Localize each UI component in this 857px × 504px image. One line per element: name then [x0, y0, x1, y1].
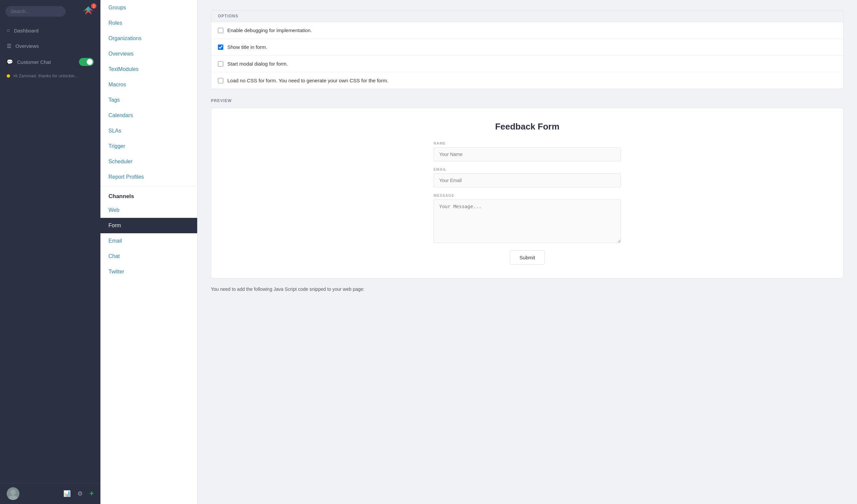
menu-item-form[interactable]: Form [100, 218, 197, 233]
preview-label: PREVIEW [211, 98, 844, 103]
no-css-label: Load no CSS for form. You need to genera… [227, 78, 388, 83]
settings-icon[interactable]: ⚙ [77, 490, 83, 497]
menu-item-roles[interactable]: Roles [100, 15, 197, 31]
main-content: OPTIONS Enable debugging for implementat… [198, 0, 857, 504]
email-label: EMAIL [434, 167, 621, 171]
avatar[interactable] [7, 487, 19, 500]
menu-item-scheduler[interactable]: Scheduler [100, 154, 197, 169]
menu-item-slas[interactable]: SLAs [100, 123, 197, 138]
dashboard-icon: ○ [7, 28, 10, 33]
analytics-icon[interactable]: 📊 [63, 490, 71, 497]
menu-item-text-modules[interactable]: TextModules [100, 62, 197, 77]
customer-chat-toggle[interactable] [79, 58, 94, 66]
sidebar-search-bar: 2 [0, 0, 100, 23]
sidebar-item-dashboard[interactable]: ○ Dashboard [0, 23, 100, 38]
modal-label: Start modal dialog for form. [227, 61, 288, 67]
sidebar-item-overviews[interactable]: ☰ Overviews [0, 38, 100, 54]
option-show-title: Show title in form. [211, 39, 843, 55]
option-debug: Enable debugging for implementation. [211, 22, 843, 39]
online-indicator [7, 74, 10, 78]
email-input[interactable] [434, 173, 621, 187]
menu-item-trigger[interactable]: Trigger [100, 138, 197, 154]
add-button[interactable]: + [89, 489, 94, 498]
menu-item-macros[interactable]: Macros [100, 77, 197, 93]
name-input[interactable] [434, 147, 621, 161]
menu-panel: Groups Roles Organizations Overviews Tex… [100, 0, 198, 504]
menu-item-web[interactable]: Web [100, 202, 197, 218]
message-label: MESSAGE [434, 194, 621, 198]
nav-items: ○ Dashboard ☰ Overviews 💬 Customer Chat … [0, 23, 100, 82]
show-title-checkbox[interactable] [218, 45, 223, 50]
debug-checkbox[interactable] [218, 28, 223, 33]
menu-item-report-profiles[interactable]: Report Profiles [100, 169, 197, 185]
sidebar-bottom: 📊 ⚙ + [0, 483, 100, 504]
menu-divider [100, 186, 197, 186]
menu-item-twitter[interactable]: Twitter [100, 264, 197, 280]
feedback-form-title: Feedback Form [231, 121, 823, 132]
search-input[interactable] [5, 6, 66, 17]
options-header: OPTIONS [211, 11, 843, 22]
modal-checkbox[interactable] [218, 61, 223, 67]
debug-label: Enable debugging for implementation. [227, 28, 312, 33]
chat-icon: 💬 [7, 59, 13, 65]
menu-item-calendars[interactable]: Calendars [100, 108, 197, 123]
notification-badge[interactable]: 2 [91, 3, 97, 9]
preview-box: Feedback Form NAME EMAIL MESSAGE Submit [211, 108, 844, 279]
code-note: You need to add the following Java Scrip… [211, 286, 844, 292]
menu-item-organizations[interactable]: Organizations [100, 31, 197, 46]
menu-item-tags[interactable]: Tags [100, 93, 197, 108]
sidebar: 2 ○ Dashboard ☰ Overviews 💬 Customer Cha… [0, 0, 100, 504]
svg-point-4 [9, 495, 18, 500]
logo-area: 2 [82, 5, 95, 18]
no-css-checkbox[interactable] [218, 78, 223, 83]
chat-preview: Hi Zammad, thanks for unlockin... [0, 70, 100, 82]
option-modal: Start modal dialog for form. [211, 55, 843, 72]
sidebar-item-customer-chat: 💬 Customer Chat [0, 54, 100, 70]
submit-button[interactable]: Submit [510, 250, 545, 265]
svg-point-3 [11, 490, 16, 495]
option-no-css: Load no CSS for form. You need to genera… [211, 72, 843, 89]
show-title-label: Show title in form. [227, 44, 267, 50]
menu-item-overviews[interactable]: Overviews [100, 46, 197, 62]
options-box: OPTIONS Enable debugging for implementat… [211, 10, 844, 89]
menu-item-chat[interactable]: Chat [100, 249, 197, 264]
menu-item-email[interactable]: Email [100, 233, 197, 249]
menu-item-groups[interactable]: Groups [100, 0, 197, 15]
overviews-icon: ☰ [7, 43, 11, 49]
message-textarea[interactable] [434, 200, 621, 243]
name-label: NAME [434, 141, 621, 145]
channels-section-title: Channels [100, 188, 197, 202]
